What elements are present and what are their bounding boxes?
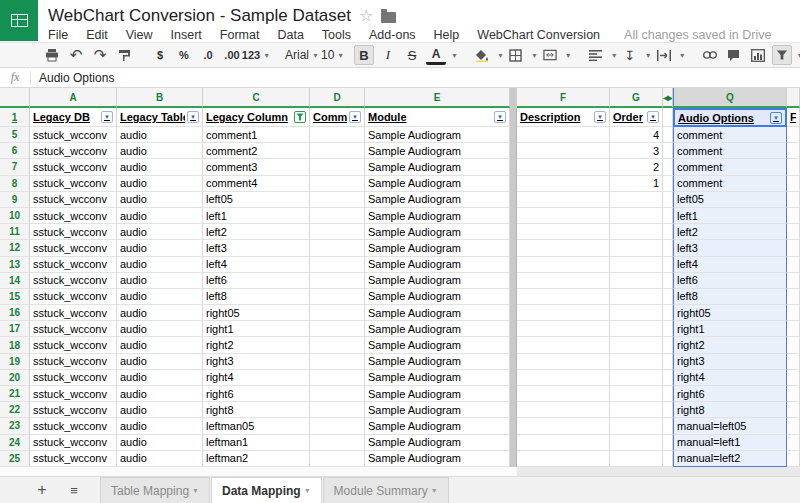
cell-E12[interactable]: Sample Audiogram [365, 240, 510, 256]
menu-insert[interactable]: Insert [171, 28, 202, 42]
cell-G12[interactable] [610, 240, 663, 256]
cell-A18[interactable]: sstuck_wcconv [30, 337, 117, 353]
cell-E19[interactable]: Sample Audiogram [365, 354, 510, 370]
caret-down-icon[interactable]: ▼ [645, 52, 652, 59]
cell[interactable] [663, 224, 673, 240]
row-header-21[interactable]: 21 [0, 386, 30, 402]
format-currency-button[interactable]: $ [150, 45, 170, 65]
frozen-pane-divider[interactable] [510, 108, 517, 127]
cell-D6[interactable] [310, 143, 365, 159]
cell-E10[interactable]: Sample Audiogram [365, 208, 510, 224]
print-button[interactable] [42, 45, 62, 65]
cell-D20[interactable] [310, 370, 365, 386]
row-header-10[interactable]: 10 [0, 208, 30, 224]
redo-button[interactable]: ↷ [90, 45, 110, 65]
cell-Q12[interactable]: left3 [673, 240, 787, 256]
filter-button[interactable] [772, 45, 792, 65]
cell-C19[interactable]: right3 [203, 354, 310, 370]
cell-G8[interactable]: 1 [610, 176, 663, 192]
column-header-G[interactable]: G [610, 88, 663, 108]
cell-D19[interactable] [310, 354, 365, 370]
row-header-6[interactable]: 6 [0, 143, 30, 159]
cell[interactable] [787, 240, 800, 256]
format-percent-button[interactable]: % [174, 45, 194, 65]
cell[interactable] [787, 386, 800, 402]
cell-A23[interactable]: sstuck_wcconv [30, 418, 117, 434]
menu-add-ons[interactable]: Add-ons [369, 28, 416, 42]
cell-Q19[interactable]: right3 [673, 354, 787, 370]
cell-G16[interactable] [610, 305, 663, 321]
cell-C7[interactable]: comment3 [203, 159, 310, 175]
cell-D9[interactable] [310, 192, 365, 208]
fill-color-button[interactable] [472, 45, 492, 65]
cell-G13[interactable] [610, 257, 663, 273]
cell-C14[interactable]: left6 [203, 273, 310, 289]
cell-E25[interactable]: Sample Audiogram [365, 451, 510, 467]
row-header-24[interactable]: 24 [0, 435, 30, 451]
cell-G18[interactable] [610, 337, 663, 353]
font-family-select[interactable]: Arial▼ [282, 45, 302, 65]
merge-cells-button[interactable] [540, 45, 560, 65]
header-cell-partial[interactable]: Fl [787, 108, 800, 127]
cell[interactable] [663, 240, 673, 256]
header-cell-q[interactable]: Audio Options▼ [673, 108, 787, 127]
cell-C18[interactable]: right2 [203, 337, 310, 353]
cell-E16[interactable]: Sample Audiogram [365, 305, 510, 321]
cell-Q22[interactable]: right8 [673, 402, 787, 418]
cell-G19[interactable] [610, 354, 663, 370]
cell-C6[interactable]: comment2 [203, 143, 310, 159]
sheet-tab-table-mapping[interactable]: Table Mapping▼ [100, 477, 210, 503]
cell-D25[interactable] [310, 451, 365, 467]
cell-C22[interactable]: right8 [203, 402, 310, 418]
cell[interactable] [787, 224, 800, 240]
cell-E8[interactable]: Sample Audiogram [365, 176, 510, 192]
vertical-align-button[interactable]: ↧ [620, 45, 640, 65]
cell-E24[interactable]: Sample Audiogram [365, 435, 510, 451]
row-header-19[interactable]: 19 [0, 354, 30, 370]
cell-F19[interactable] [517, 354, 610, 370]
cell[interactable] [787, 192, 800, 208]
cell[interactable] [663, 143, 673, 159]
cell-F14[interactable] [517, 273, 610, 289]
cell-C12[interactable]: left3 [203, 240, 310, 256]
cell[interactable] [787, 418, 800, 434]
more-formats-button[interactable]: 123▼ [246, 45, 266, 65]
cell-G14[interactable] [610, 273, 663, 289]
row-header-1[interactable]: 1 [0, 108, 30, 127]
cell-F20[interactable] [517, 370, 610, 386]
cell[interactable] [787, 273, 800, 289]
cell-B24[interactable]: audio [117, 435, 203, 451]
cell-F25[interactable] [517, 451, 610, 467]
cell[interactable] [787, 208, 800, 224]
borders-button[interactable] [506, 45, 526, 65]
caret-down-icon[interactable]: ▼ [531, 52, 538, 59]
cell-F10[interactable] [517, 208, 610, 224]
formula-bar-input[interactable]: Audio Options [39, 71, 114, 85]
menu-format[interactable]: Format [220, 28, 260, 42]
caret-down-icon[interactable]: ▼ [565, 52, 572, 59]
menu-file[interactable]: File [48, 28, 68, 42]
cell-A15[interactable]: sstuck_wcconv [30, 289, 117, 305]
cell-D8[interactable] [310, 176, 365, 192]
cell-G25[interactable] [610, 451, 663, 467]
cell-B25[interactable]: audio [117, 451, 203, 467]
column-header-B[interactable]: B [117, 88, 203, 108]
filter-dropdown-button[interactable]: ▼ [349, 111, 361, 123]
cell[interactable] [663, 354, 673, 370]
cell-D16[interactable] [310, 305, 365, 321]
cell[interactable] [663, 321, 673, 337]
cell-F5[interactable] [517, 127, 610, 143]
cell-F16[interactable] [517, 305, 610, 321]
cell-B5[interactable]: audio [117, 127, 203, 143]
cell-G10[interactable] [610, 208, 663, 224]
cell-F21[interactable] [517, 386, 610, 402]
cell-Q5[interactable]: comment [673, 127, 787, 143]
cell[interactable] [663, 208, 673, 224]
text-color-button[interactable]: A [426, 45, 446, 65]
row-header-15[interactable]: 15 [0, 289, 30, 305]
cell-Q9[interactable]: left05 [673, 192, 787, 208]
cell-D14[interactable] [310, 273, 365, 289]
cell[interactable] [663, 176, 673, 192]
cell[interactable] [787, 402, 800, 418]
cell-Q14[interactable]: left6 [673, 273, 787, 289]
